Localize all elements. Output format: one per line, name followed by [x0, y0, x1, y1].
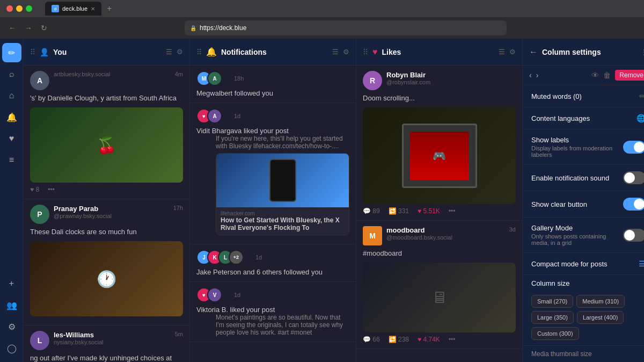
bell-icon: 🔔: [206, 47, 217, 57]
more-action[interactable]: •••: [449, 207, 456, 215]
sidebar-item-people[interactable]: 👥: [2, 295, 21, 315]
sidebar: ✏ ⌕ ⌂ 🔔 ♥ ≡ + 👥 ⚙ ◯: [0, 39, 24, 362]
list-item: ♥ A 1d Vidit Bhargava liked your post If…: [190, 103, 356, 244]
sidebar-item-search[interactable]: ⌕: [2, 64, 21, 84]
hide-column-button[interactable]: 👁: [591, 71, 599, 79]
notif-time: 18h: [234, 75, 244, 82]
sidebar-item-add[interactable]: +: [2, 274, 21, 293]
sidebar-item-profile[interactable]: ◯: [2, 338, 21, 358]
likes-column-settings-icon[interactable]: ⚙: [509, 48, 516, 56]
post-body: These Dali clocks are so much fun: [30, 227, 183, 237]
repost-action[interactable]: 🔁 238: [389, 336, 409, 343]
gear-icon: ⚙: [8, 322, 16, 332]
close-button[interactable]: [6, 5, 13, 12]
list-item: R Robyn Blair @robynslair.com Doom scrol…: [356, 66, 522, 221]
list-item: L les-Williams nysiany.bsky.social 5m ng…: [24, 325, 189, 362]
notif-body: If you're new here, this'll help you get…: [216, 135, 349, 150]
compose-icon: ✏: [8, 48, 15, 58]
post-handle: artbluesky.bsky.social: [54, 71, 171, 77]
back-button[interactable]: ←: [6, 23, 18, 33]
notif-text: Megwalbert followed you: [196, 89, 349, 97]
tab-close-button[interactable]: ✕: [91, 6, 95, 12]
post-image: 🖥: [363, 263, 516, 332]
more-action[interactable]: •••: [449, 336, 456, 343]
post-handle: nysiany.bsky.social: [54, 339, 171, 345]
avatar: R: [363, 71, 382, 90]
sidebar-item-home[interactable]: ⌂: [2, 86, 21, 105]
drag-handle-icon: ⠿: [363, 48, 368, 56]
post-header: L les-Williams nysiany.bsky.social 5m: [30, 331, 183, 350]
gallery-mode-sublabel: Only shows posts containing media, in a …: [531, 233, 619, 246]
phone-mockup: [269, 159, 296, 202]
reply-action[interactable]: 💬 66: [363, 336, 380, 343]
address-text: https://deck.blue: [200, 24, 246, 32]
size-large-button[interactable]: Large (350): [531, 311, 574, 324]
reply-action[interactable]: 💬 89: [363, 207, 380, 215]
settings-back-button[interactable]: ←: [529, 47, 538, 57]
toggle-knob: [624, 230, 635, 241]
post-meta: Robyn Blair @robynslair.com: [386, 71, 516, 85]
like-action[interactable]: ♥ 5.51K: [418, 207, 440, 215]
you-column-settings-icon[interactable]: ⚙: [177, 48, 183, 56]
post-handle: @robynslair.com: [386, 79, 516, 85]
globe-icon[interactable]: 🌐: [636, 114, 644, 122]
post-actions: 💬 66 🔁 238 ♥ 4.74K •••: [363, 336, 516, 343]
search-icon: ⌕: [9, 69, 14, 79]
remove-button[interactable]: Remove: [615, 70, 644, 81]
post-author: Pranay Parab: [54, 205, 169, 213]
show-clear-button-toggle[interactable]: [623, 198, 644, 211]
size-custom-button[interactable]: Custom (300): [531, 327, 579, 340]
heart-icon: ♥: [9, 134, 14, 143]
post-body: 's' by Danielle Clough, y artist from So…: [30, 93, 183, 103]
forward-button[interactable]: →: [23, 23, 34, 33]
like-action[interactable]: ♥ 4.74K: [418, 336, 440, 343]
browser-titlebar: d deck.blue ✕ +: [0, 0, 644, 17]
tab-favicon: d: [52, 5, 59, 12]
like-action[interactable]: ♥ 8: [30, 186, 39, 193]
new-tab-button[interactable]: +: [104, 4, 115, 13]
notif-header: J K L +2 1d: [196, 250, 349, 265]
notif-text: Jake Peterson and 6 others followed you: [196, 268, 349, 276]
compact-mode-icon[interactable]: ☰: [639, 259, 644, 268]
size-medium-button[interactable]: Medium (310): [576, 295, 625, 308]
repost-action[interactable]: 🔁 331: [389, 207, 409, 215]
post-handle: @prawnay.bsky.social: [54, 213, 169, 219]
media-size-title: Media thumbnail size: [531, 350, 644, 358]
muted-words-row: Muted words (0) ✏: [523, 85, 644, 107]
browser-toolbar: ← → ↻ 🔒 https://deck.blue: [0, 17, 644, 39]
notifications-column-menu-icon[interactable]: ☰: [332, 48, 339, 56]
settings-more-icon[interactable]: ⋮: [640, 48, 644, 56]
avatar: V: [207, 287, 222, 302]
refresh-button[interactable]: ↻: [39, 23, 49, 33]
notif-time: 1d: [234, 292, 240, 298]
notifications-column-settings-icon[interactable]: ⚙: [343, 48, 349, 56]
edit-icon[interactable]: ✏: [639, 92, 644, 100]
sidebar-item-lists[interactable]: ≡: [2, 150, 21, 170]
settings-content: Muted words (0) ✏ Content languages 🌐 Sh…: [523, 85, 644, 362]
post-header: R Robyn Blair @robynslair.com: [363, 71, 516, 90]
size-largest-button[interactable]: Largest (400): [577, 311, 624, 324]
post-header: M moodboard @moodboard.bsky.social 3d: [363, 226, 516, 245]
likes-column-menu-icon[interactable]: ☰: [499, 48, 505, 56]
settings-next-button[interactable]: ›: [536, 71, 539, 79]
active-tab[interactable]: d deck.blue ✕: [45, 2, 101, 16]
more-action[interactable]: •••: [48, 186, 55, 193]
notification-sound-toggle[interactable]: [623, 171, 644, 184]
size-small-button[interactable]: Small (270): [531, 295, 573, 308]
gallery-mode-toggle[interactable]: [623, 229, 644, 242]
sidebar-item-compose[interactable]: ✏: [2, 43, 21, 62]
address-bar[interactable]: 🔒 https://deck.blue: [185, 20, 507, 35]
minimize-button[interactable]: [16, 5, 23, 12]
settings-prev-button[interactable]: ‹: [529, 71, 532, 79]
sidebar-item-likes[interactable]: ♥: [2, 129, 21, 148]
you-column-menu-icon[interactable]: ☰: [166, 48, 172, 56]
maximize-button[interactable]: [26, 5, 32, 12]
sidebar-item-notifications[interactable]: 🔔: [2, 107, 21, 127]
sidebar-item-settings[interactable]: ⚙: [2, 317, 21, 336]
post-author: les-Williams: [54, 331, 171, 339]
delete-icon[interactable]: 🗑: [603, 71, 611, 79]
avatar-extra: +2: [229, 250, 244, 265]
show-labels-toggle[interactable]: [623, 141, 644, 154]
show-clear-button-label: Show clear button: [531, 200, 619, 208]
gallery-mode-label: Gallery Mode: [531, 224, 619, 232]
